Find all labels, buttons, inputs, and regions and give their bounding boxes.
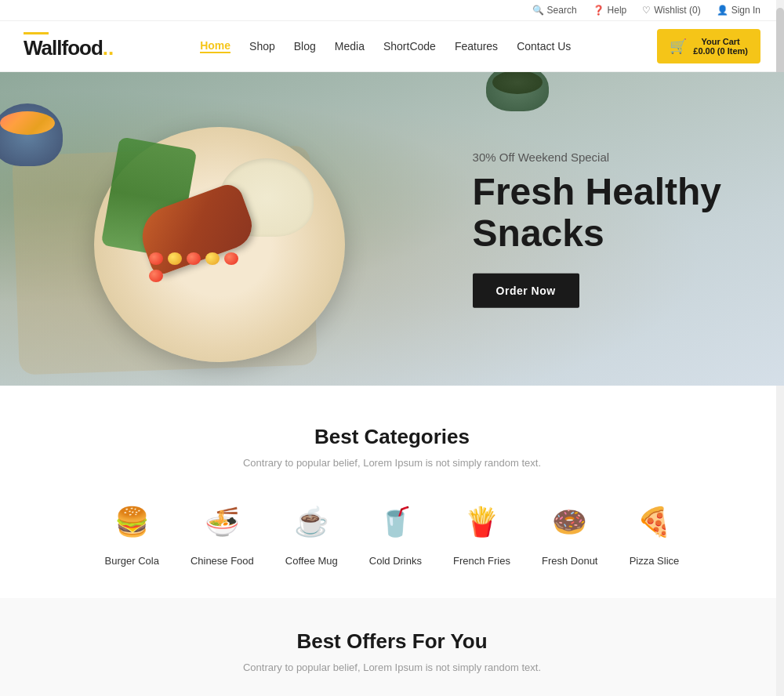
nav-features[interactable]: Features <box>455 40 498 53</box>
french-fries-label: French Fries <box>453 555 510 567</box>
categories-section: Best Categories Contrary to popular beli… <box>0 386 784 598</box>
help-topbar[interactable]: ❓ Help <box>593 5 627 16</box>
hero-section: 30% Off Weekend Special Fresh Healthy Sn… <box>0 72 784 386</box>
hero-title: Fresh Healthy Snacks <box>473 172 721 255</box>
coffee-mug-label: Coffee Mug <box>285 555 338 567</box>
offers-section: Best Offers For You Contrary to popular … <box>0 598 784 696</box>
chinese-food-icon: 🍜 <box>197 497 247 547</box>
hero-subtitle: 30% Off Weekend Special <box>473 150 721 164</box>
category-fresh-donut[interactable]: 🍩 Fresh Donut <box>542 497 598 567</box>
category-chinese-food[interactable]: 🍜 Chinese Food <box>191 497 254 567</box>
nav-contact[interactable]: Contact Us <box>517 40 571 53</box>
logo-text: Wallfood <box>24 36 103 60</box>
fresh-donut-label: Fresh Donut <box>542 555 598 567</box>
top-bar: 🔍 Search ❓ Help ♡ Wishlist (0) 👤 Sign In <box>0 0 784 21</box>
help-icon: ❓ <box>593 5 604 16</box>
burger-cola-label: Burger Cola <box>105 555 159 567</box>
cart-label: Your Cart <box>693 37 748 46</box>
offers-subtitle: Contrary to popular belief, Lorem Ipsum … <box>24 662 760 673</box>
tomato-3 <box>187 252 201 265</box>
categories-grid: 🍔 Burger Cola 🍜 Chinese Food ☕ Coffee Mu… <box>24 497 760 567</box>
cart-icon: 🛒 <box>670 38 687 55</box>
cold-drinks-icon: 🥤 <box>370 497 420 547</box>
logo-dots: .. <box>103 36 114 60</box>
cart-button[interactable]: 🛒 Your Cart £0.00 (0 Item) <box>657 29 760 63</box>
signin-label: Sign In <box>731 5 760 16</box>
cold-drinks-label: Cold Drinks <box>369 555 422 567</box>
signin-topbar[interactable]: 👤 Sign In <box>717 5 760 16</box>
bowl-top <box>486 72 549 111</box>
nav-blog[interactable]: Blog <box>294 40 316 53</box>
coffee-mug-icon: ☕ <box>286 497 336 547</box>
logo-accent-line <box>24 32 49 34</box>
wishlist-topbar[interactable]: ♡ Wishlist (0) <box>642 5 700 16</box>
help-label: Help <box>608 5 627 16</box>
tomato-5 <box>224 252 238 265</box>
category-french-fries[interactable]: 🍟 French Fries <box>453 497 510 567</box>
food-plate <box>47 96 376 378</box>
fresh-donut-icon: 🍩 <box>545 497 595 547</box>
tomato-1 <box>149 252 163 265</box>
hero-title-line1: Fresh Healthy <box>473 171 721 212</box>
category-cold-drinks[interactable]: 🥤 Cold Drinks <box>369 497 422 567</box>
category-coffee-mug[interactable]: ☕ Coffee Mug <box>285 497 338 567</box>
french-fries-icon: 🍟 <box>456 497 506 547</box>
category-burger-cola[interactable]: 🍔 Burger Cola <box>105 497 159 567</box>
categories-subtitle: Contrary to popular belief, Lorem Ipsum … <box>24 457 760 469</box>
logo[interactable]: Wallfood .. <box>24 32 114 60</box>
pizza-slice-label: Pizza Slice <box>630 555 680 567</box>
hero-cta-button[interactable]: Order Now <box>473 273 579 307</box>
offers-title: Best Offers For You <box>24 629 760 654</box>
search-icon: 🔍 <box>532 5 544 16</box>
tomato-4 <box>205 252 220 265</box>
hero-content: 30% Off Weekend Special Fresh Healthy Sn… <box>473 150 721 308</box>
wishlist-label: Wishlist (0) <box>654 5 700 16</box>
burger-cola-icon: 🍔 <box>107 497 157 547</box>
chinese-food-label: Chinese Food <box>191 555 254 567</box>
tomato-2 <box>168 252 182 265</box>
nav-shortcode[interactable]: ShortCode <box>383 40 436 53</box>
pizza-slice-icon: 🍕 <box>630 497 680 547</box>
user-icon: 👤 <box>717 5 728 16</box>
tomato-6 <box>149 270 163 282</box>
main-nav: Home Shop Blog Media ShortCode Features … <box>200 39 571 53</box>
heart-icon: ♡ <box>642 5 651 16</box>
search-label: Search <box>547 5 577 16</box>
hero-title-line2: Snacks <box>473 212 604 254</box>
tomatoes <box>149 252 243 282</box>
header: Wallfood .. Home Shop Blog Media ShortCo… <box>0 21 784 72</box>
nav-shop[interactable]: Shop <box>249 40 275 53</box>
categories-title: Best Categories <box>24 425 760 449</box>
nav-home[interactable]: Home <box>200 39 230 53</box>
nav-media[interactable]: Media <box>335 40 365 53</box>
category-pizza-slice[interactable]: 🍕 Pizza Slice <box>630 497 680 567</box>
cart-amount: £0.00 (0 Item) <box>693 46 748 56</box>
search-topbar[interactable]: 🔍 Search <box>532 5 577 16</box>
